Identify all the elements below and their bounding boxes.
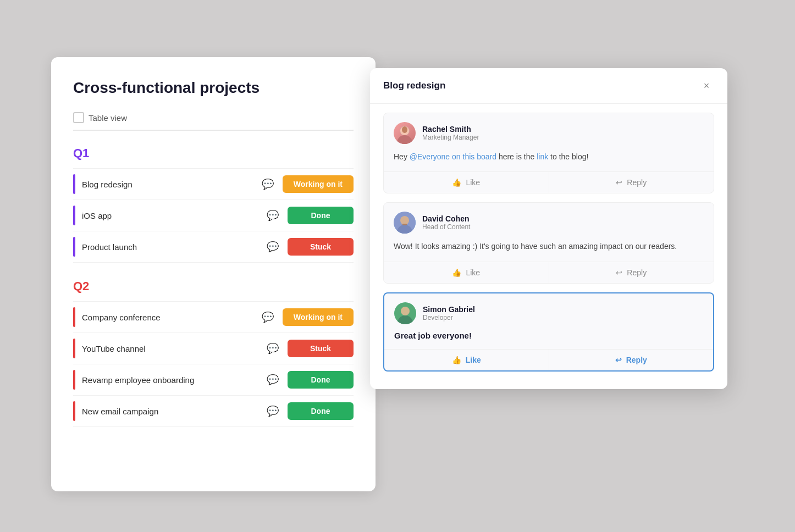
commenter-info: David Cohen Head of Content bbox=[394, 212, 704, 234]
comment-icon[interactable]: 💬 bbox=[267, 209, 279, 221]
project-row: YouTube channel 💬 Stuck bbox=[73, 333, 354, 364]
like-icon: 👍 bbox=[452, 356, 461, 364]
comment-card-simon: Simon Gabriel Developer Great job everyo… bbox=[383, 292, 714, 372]
like-icon: 👍 bbox=[452, 178, 461, 187]
q1-project-list: Blog redesign 💬 Working on it iOS app 💬 … bbox=[73, 168, 354, 263]
q2-project-list: Company conference 💬 Working on it YouTu… bbox=[73, 301, 354, 427]
status-badge-done[interactable]: Done bbox=[288, 402, 354, 420]
project-name: Company conference bbox=[80, 313, 257, 322]
comment-card-rachel: Rachel Smith Marketing Manager Hey @Ever… bbox=[383, 113, 714, 193]
project-name: Product launch bbox=[80, 242, 262, 252]
modal-title: Blog redesign bbox=[383, 80, 445, 91]
project-row: Blog redesign 💬 Working on it bbox=[73, 168, 354, 200]
project-row: iOS app 💬 Done bbox=[73, 200, 354, 231]
status-badge-stuck[interactable]: Stuck bbox=[288, 238, 354, 256]
left-bar-red bbox=[73, 370, 75, 390]
reply-icon: ↩ bbox=[616, 178, 622, 187]
status-badge-stuck[interactable]: Stuck bbox=[288, 340, 354, 357]
avatar-david bbox=[394, 212, 416, 234]
commenter-details: Rachel Smith Marketing Manager bbox=[422, 125, 479, 141]
table-view-row: Table view bbox=[73, 112, 354, 131]
reply-label: Reply bbox=[627, 178, 647, 187]
left-bar-red bbox=[73, 401, 75, 421]
like-label: Like bbox=[466, 178, 480, 187]
reply-button[interactable]: ↩ Reply bbox=[549, 172, 714, 193]
svg-point-5 bbox=[400, 216, 409, 225]
comment-body: Simon Gabriel Developer Great job everyo… bbox=[384, 293, 713, 349]
comment-body: Rachel Smith Marketing Manager Hey @Ever… bbox=[384, 113, 714, 171]
project-row: New email campaign 💬 Done bbox=[73, 396, 354, 427]
like-label: Like bbox=[466, 268, 480, 277]
comment-icon[interactable]: 💬 bbox=[267, 241, 279, 253]
project-name: New email campaign bbox=[80, 407, 262, 416]
commenter-details: Simon Gabriel Developer bbox=[423, 305, 475, 322]
project-row: Product launch 💬 Stuck bbox=[73, 231, 354, 263]
reply-label: Reply bbox=[626, 356, 647, 364]
reply-button[interactable]: ↩ Reply bbox=[549, 350, 714, 370]
table-view-label: Table view bbox=[89, 113, 127, 123]
left-bar-purple bbox=[73, 206, 75, 225]
close-button[interactable]: × bbox=[699, 78, 714, 93]
comment-icon[interactable]: 💬 bbox=[262, 178, 274, 190]
like-icon: 👍 bbox=[452, 268, 461, 277]
modal-header: Blog redesign × bbox=[370, 68, 727, 104]
like-button[interactable]: 👍 Like bbox=[384, 350, 549, 370]
comment-actions: 👍 Like ↩ Reply bbox=[384, 262, 714, 283]
commenter-details: David Cohen Head of Content bbox=[422, 214, 470, 231]
avatar-rachel bbox=[394, 122, 416, 144]
modal-panel: Blog redesign × bbox=[370, 68, 727, 389]
comments-container: Rachel Smith Marketing Manager Hey @Ever… bbox=[370, 104, 727, 389]
reply-icon: ↩ bbox=[615, 356, 622, 364]
status-badge-working[interactable]: Working on it bbox=[283, 175, 354, 193]
commenter-info: Rachel Smith Marketing Manager bbox=[394, 122, 704, 144]
comment-actions: 👍 Like ↩ Reply bbox=[384, 349, 713, 370]
q2-label: Q2 bbox=[73, 279, 354, 293]
commenter-role: Head of Content bbox=[422, 223, 470, 231]
page-title: Cross-functional projects bbox=[73, 79, 354, 97]
left-bar-red bbox=[73, 339, 75, 358]
commenter-name: David Cohen bbox=[422, 214, 470, 223]
like-button[interactable]: 👍 Like bbox=[384, 262, 549, 283]
commenter-info: Simon Gabriel Developer bbox=[394, 302, 703, 324]
comment-actions: 👍 Like ↩ Reply bbox=[384, 171, 714, 193]
status-badge-done[interactable]: Done bbox=[288, 371, 354, 389]
project-name: iOS app bbox=[80, 211, 262, 220]
svg-point-9 bbox=[401, 307, 410, 315]
project-name: Blog redesign bbox=[80, 180, 257, 189]
commenter-role: Developer bbox=[423, 314, 475, 322]
svg-rect-7 bbox=[402, 224, 407, 225]
comment-body: David Cohen Head of Content Wow! It look… bbox=[384, 203, 714, 261]
reply-label: Reply bbox=[627, 268, 647, 277]
comment-icon[interactable]: 💬 bbox=[262, 311, 274, 323]
like-button[interactable]: 👍 Like bbox=[384, 172, 549, 193]
like-label: Like bbox=[466, 356, 481, 364]
table-view-checkbox[interactable] bbox=[73, 112, 84, 123]
status-badge-done[interactable]: Done bbox=[288, 207, 354, 224]
status-badge-working[interactable]: Working on it bbox=[283, 308, 354, 326]
project-row: Company conference 💬 Working on it bbox=[73, 301, 354, 333]
left-bar-purple bbox=[73, 237, 75, 257]
comment-icon[interactable]: 💬 bbox=[267, 374, 279, 386]
left-bar-purple bbox=[73, 174, 75, 194]
mention: @Everyone on this board bbox=[410, 152, 496, 161]
comment-icon[interactable]: 💬 bbox=[267, 405, 279, 417]
commenter-name: Rachel Smith bbox=[422, 125, 479, 134]
link-text[interactable]: link bbox=[537, 152, 548, 161]
svg-point-3 bbox=[402, 126, 407, 133]
comment-card-david: David Cohen Head of Content Wow! It look… bbox=[383, 202, 714, 283]
q1-label: Q1 bbox=[73, 146, 354, 160]
left-panel: Cross-functional projects Table view Q1 … bbox=[51, 57, 376, 491]
reply-icon: ↩ bbox=[616, 268, 622, 277]
project-name: Revamp employee onboarding bbox=[80, 375, 262, 385]
commenter-name: Simon Gabriel bbox=[423, 305, 475, 314]
comment-text: Great job everyone! bbox=[394, 331, 703, 340]
commenter-role: Marketing Manager bbox=[422, 134, 479, 141]
project-row: Revamp employee onboarding 💬 Done bbox=[73, 364, 354, 396]
project-name: YouTube channel bbox=[80, 344, 262, 353]
comment-text: Wow! It looks amazing :) It's going to h… bbox=[394, 240, 704, 252]
comment-icon[interactable]: 💬 bbox=[267, 342, 279, 354]
svg-point-1 bbox=[397, 135, 412, 144]
avatar-simon bbox=[394, 302, 416, 324]
reply-button[interactable]: ↩ Reply bbox=[549, 262, 714, 283]
comment-text: Hey @Everyone on this board here is the … bbox=[394, 151, 704, 163]
